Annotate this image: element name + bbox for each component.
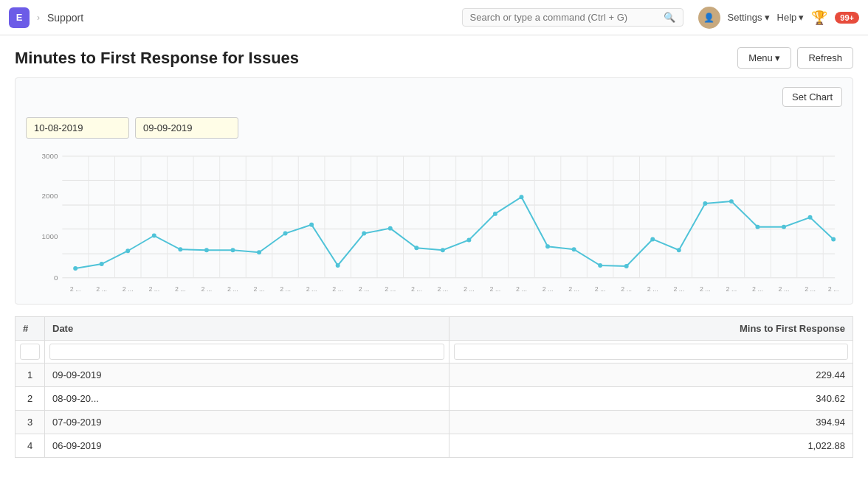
svg-text:2 ...: 2 ... (280, 285, 291, 293)
header-actions: Menu ▾ Refresh (737, 47, 853, 69)
svg-text:2 ...: 2 ... (306, 285, 317, 293)
search-input[interactable] (470, 12, 661, 23)
svg-point-39 (73, 266, 78, 271)
filter-num-input[interactable] (20, 344, 40, 360)
svg-text:2 ...: 2 ... (673, 285, 684, 293)
breadcrumb-chevron: › (37, 13, 40, 23)
svg-text:2 ...: 2 ... (542, 285, 554, 293)
svg-text:2 ...: 2 ... (805, 285, 816, 293)
svg-point-68 (831, 237, 836, 241)
svg-point-63 (703, 201, 707, 206)
svg-text:2 ...: 2 ... (385, 285, 396, 293)
filter-row (16, 341, 853, 364)
svg-point-53 (441, 248, 445, 252)
filter-mins-input[interactable] (454, 344, 849, 360)
svg-point-55 (493, 212, 497, 216)
svg-point-49 (336, 263, 340, 268)
svg-text:2000: 2000 (42, 192, 58, 200)
date-to-input[interactable] (135, 117, 238, 139)
help-button[interactable]: Help ▾ (777, 12, 805, 23)
svg-text:2 ...: 2 ... (148, 285, 159, 293)
search-bar[interactable]: 🔍 (462, 8, 683, 27)
svg-text:2 ...: 2 ... (201, 285, 212, 293)
svg-point-40 (100, 262, 104, 266)
filter-mins (449, 341, 853, 364)
svg-point-51 (388, 226, 393, 231)
svg-text:1000: 1000 (42, 232, 58, 240)
settings-button[interactable]: Settings ▾ (728, 12, 770, 23)
page-header: Minutes to First Response for Issues Men… (0, 35, 868, 77)
svg-point-50 (362, 232, 366, 236)
svg-point-52 (414, 246, 418, 250)
svg-text:2 ...: 2 ... (621, 285, 632, 293)
svg-point-62 (677, 248, 681, 252)
svg-text:2 ...: 2 ... (752, 285, 763, 293)
svg-text:2 ...: 2 ... (175, 285, 186, 293)
chart-svg-wrap: 3000 2000 1000 0 (16, 149, 852, 304)
data-table-section: # Date Mins to First Response 1 09-09-20… (15, 316, 853, 458)
table-row: 1 09-09-2019 229.44 (16, 364, 853, 387)
filter-num (16, 341, 45, 364)
svg-text:2 ...: 2 ... (332, 285, 343, 293)
svg-point-59 (598, 263, 602, 268)
svg-text:2 ...: 2 ... (254, 285, 265, 293)
svg-text:2 ...: 2 ... (464, 285, 475, 293)
svg-point-66 (782, 225, 786, 229)
filter-date (45, 341, 450, 364)
svg-text:2 ...: 2 ... (437, 285, 448, 293)
topnav: E › Support 🔍 👤 Settings ▾ Help ▾ 🏆 99+ (0, 0, 868, 35)
svg-point-60 (624, 264, 629, 268)
svg-text:3000: 3000 (42, 152, 58, 160)
svg-point-54 (466, 237, 471, 242)
nav-actions: 👤 Settings ▾ Help ▾ 🏆 99+ (698, 7, 859, 29)
col-header-num: # (16, 317, 45, 341)
svg-text:2 ...: 2 ... (779, 285, 790, 293)
avatar: 👤 (698, 7, 720, 29)
chart-toolbar: Set Chart (16, 87, 852, 114)
set-chart-button[interactable]: Set Chart (782, 87, 842, 107)
line-chart: 3000 2000 1000 0 (26, 149, 842, 302)
svg-text:2 ...: 2 ... (700, 285, 711, 293)
svg-point-48 (309, 223, 314, 227)
menu-button[interactable]: Menu ▾ (737, 47, 791, 69)
search-icon: 🔍 (664, 12, 675, 23)
trophy-icon: 🏆 (811, 10, 827, 26)
svg-text:2 ...: 2 ... (70, 285, 81, 293)
svg-text:2 ...: 2 ... (568, 285, 579, 293)
svg-text:2 ...: 2 ... (411, 285, 422, 293)
svg-text:2 ...: 2 ... (595, 285, 606, 293)
date-from-input[interactable] (26, 117, 129, 139)
svg-point-61 (650, 237, 655, 241)
col-header-date: Date (45, 317, 450, 341)
svg-text:2 ...: 2 ... (359, 285, 370, 293)
svg-point-43 (178, 247, 182, 251)
svg-point-57 (545, 244, 550, 248)
svg-text:2 ...: 2 ... (227, 285, 238, 293)
svg-point-64 (729, 199, 734, 204)
col-header-mins: Mins to First Response (449, 317, 853, 341)
filter-date-input[interactable] (49, 344, 444, 360)
date-filter-row (16, 114, 852, 149)
svg-text:0: 0 (54, 274, 58, 282)
svg-text:2 ...: 2 ... (490, 285, 501, 293)
table-row: 4 06-09-2019 1,022.88 (16, 434, 853, 458)
svg-text:2 ...: 2 ... (96, 285, 107, 293)
svg-point-44 (204, 248, 209, 252)
chart-container: Set Chart (15, 77, 853, 305)
svg-text:2 ...: 2 ... (726, 285, 737, 293)
notification-badge[interactable]: 99+ (835, 12, 859, 24)
svg-point-56 (520, 195, 524, 199)
app-icon: E (9, 7, 30, 28)
data-table: # Date Mins to First Response 1 09-09-20… (15, 316, 853, 458)
svg-point-45 (230, 248, 235, 252)
refresh-button[interactable]: Refresh (797, 47, 853, 69)
svg-point-42 (152, 234, 156, 238)
svg-point-67 (808, 215, 813, 220)
page-title: Minutes to First Response for Issues (15, 49, 299, 68)
svg-text:2 ...: 2 ... (828, 285, 839, 293)
svg-point-46 (257, 250, 261, 254)
table-row: 2 08-09-20... 340.62 (16, 387, 853, 411)
svg-point-58 (572, 247, 576, 251)
svg-point-65 (755, 225, 760, 229)
svg-text:2 ...: 2 ... (123, 285, 134, 293)
